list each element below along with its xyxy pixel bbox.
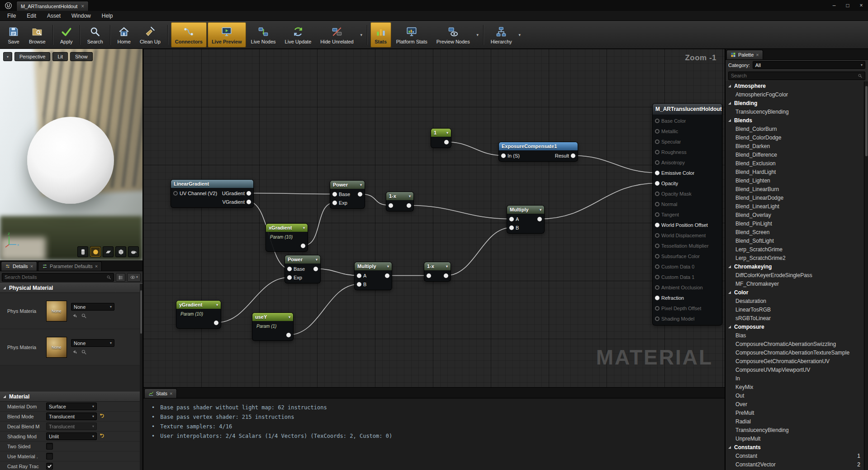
palette-item-srgbtolinear[interactable]: sRGBToLinear [726,314,864,322]
input-pin[interactable] [655,160,659,165]
node-mult2[interactable]: Multiply▾AB [507,205,545,234]
details-grid-view-button[interactable] [116,273,125,282]
input-pin[interactable] [287,267,292,271]
tab-stats[interactable]: Stats × [144,388,177,398]
palette-search-input[interactable] [731,73,858,78]
output-pin[interactable] [537,217,542,221]
palette-item-blend-softlight[interactable]: Blend_SoftLight [726,236,864,245]
close-tab-icon[interactable]: × [81,3,84,10]
maximize-button[interactable]: □ [841,0,854,11]
section-header-material[interactable]: Material [0,392,142,402]
checkbox-use-material[interactable] [46,453,53,460]
palette-scrollbar-thumb[interactable] [865,86,868,156]
combo-material-dom[interactable]: Surface▾ [46,403,97,410]
menu-edit[interactable]: Edit [21,11,42,20]
palette-item-composuregetchromaticaberrationuv[interactable]: ComposureGetChromaticAberrationUV [726,357,864,365]
node-usey[interactable]: useY▾Param (1) [252,312,294,341]
viewport-perspective-button[interactable]: Perspective [14,52,50,61]
output-pin[interactable] [385,273,389,278]
input-pin[interactable] [655,202,659,206]
reset-to-default-button[interactable] [99,413,106,420]
palette-item-translucencyblending[interactable]: TranslucencyBlending [726,107,864,116]
node-oneminus2[interactable]: 1-x▾ [424,262,451,282]
toolbar-button-preview-nodes[interactable]: Preview Nodes [432,22,474,48]
input-pin[interactable] [357,273,361,278]
input-pin[interactable] [655,317,659,321]
input-pin[interactable] [655,306,659,311]
preview-shape-cylinder-button[interactable] [77,246,88,257]
asset-thumbnail[interactable]: None [46,301,67,321]
combo-shading-mod[interactable]: Unlit▾ [46,432,97,440]
palette-group-composure[interactable]: Composure [726,322,864,331]
node-expcomp[interactable]: ExposureCompensate1In (S)Result [498,142,578,162]
output-pin[interactable] [286,333,291,337]
viewport-show-button[interactable]: Show [70,52,93,61]
checkbox-two-sided[interactable] [46,443,53,450]
node-power2[interactable]: Power▾BaseExp [285,255,321,283]
node-oneminus1[interactable]: 1-x▾ [386,192,414,211]
node-xgrad[interactable]: xGradient▾Param (10) [266,223,308,252]
input-pin[interactable] [357,282,361,287]
combo-decal-blend-m[interactable]: Translucent▾ [46,422,97,430]
output-pin[interactable] [358,192,362,197]
toolbar-dropdown-preview-nodes[interactable]: ▾ [474,22,481,48]
close-icon[interactable]: × [756,52,759,58]
input-pin[interactable] [655,129,659,134]
reset-to-default-button[interactable] [99,433,106,440]
toolbar-button-apply[interactable]: Apply [56,22,77,48]
input-pin[interactable] [655,285,659,290]
palette-item-blend-pinlight[interactable]: Blend_PinLight [726,219,864,228]
palette-item-lineartosrgb[interactable]: LinearTosRGB [726,305,864,314]
combo-blend-mode[interactable]: Translucent▾ [46,412,97,420]
toolbar-button-save[interactable]: Save [3,22,24,48]
asset-thumbnail[interactable]: None [46,337,67,358]
close-icon[interactable]: × [95,264,98,269]
node-power1[interactable]: Power▾BaseExp [330,180,365,209]
palette-item-blend-screen[interactable]: Blend_Screen [726,228,864,236]
palette-item-composureuvmapviewportuv[interactable]: ComposureUVMapViewportUV [726,365,864,374]
palette-group-blends[interactable]: Blends [726,116,864,125]
menu-window[interactable]: Window [66,11,96,20]
asset-select-phys-materia[interactable]: None▾ [71,303,114,311]
input-pin[interactable] [655,212,659,217]
palette-item-bias[interactable]: Bias [726,331,864,340]
node-ygrad[interactable]: yGradient▾Param (10) [176,300,221,329]
input-pin[interactable] [332,201,337,205]
palette-group-chromakeying[interactable]: Chromakeying [726,262,864,271]
toolbar-button-hierarchy[interactable]: Hierarchy [487,22,516,48]
palette-item-blend-exclusion[interactable]: Blend_Exclusion [726,159,864,168]
preview-shape-plane-button[interactable] [103,246,114,257]
input-pin[interactable] [655,264,659,269]
input-pin[interactable] [509,225,514,230]
toolbar-button-stats[interactable]: Stats [370,22,391,48]
palette-item-out[interactable]: Out [726,391,864,400]
tab-details[interactable]: Details × [1,261,37,271]
details-visibility-filter-button[interactable]: ▾ [127,273,141,282]
checkbox-cast-ray-trac[interactable] [46,463,53,470]
input-pin[interactable] [655,139,659,144]
close-icon[interactable]: × [170,391,172,396]
node-lingrad[interactable]: LinearGradientUV Channel (V2)UGradientVG… [171,179,254,208]
asset-select-phys-materia[interactable]: None▾ [71,339,114,347]
output-pin[interactable] [313,267,318,271]
menu-asset[interactable]: Asset [42,11,66,20]
output-pin[interactable] [571,153,575,158]
palette-item-blend-hardlight[interactable]: Blend_HardLight [726,168,864,176]
input-pin[interactable] [332,192,337,197]
palette-item-blend-colordodge[interactable]: Blend_ColorDodge [726,133,864,142]
toolbar-button-live-preview[interactable]: Live Preview [208,22,246,48]
preview-shape-cube-button[interactable] [115,246,126,257]
toolbar-button-search[interactable]: Search [83,22,107,48]
palette-item-radial[interactable]: Radial [726,417,864,426]
palette-search-box[interactable] [728,72,865,80]
palette-item-atmosphericfogcolor[interactable]: AtmosphericFogColor [726,90,864,99]
palette-item-blend-difference[interactable]: Blend_Difference [726,150,864,159]
palette-item-keymix[interactable]: KeyMix [726,383,864,391]
use-selected-asset-button[interactable] [72,349,78,355]
toolbar-button-connectors[interactable]: Connectors [171,22,207,48]
palette-item-constant[interactable]: Constant1 [726,451,864,460]
output-pin[interactable] [444,140,449,144]
palette-item-mf-chromakeyer[interactable]: MF_Chromakeyer [726,279,864,288]
input-pin[interactable] [287,275,292,280]
palette-item-translucencyblending[interactable]: TranslucencyBlending [726,426,864,434]
